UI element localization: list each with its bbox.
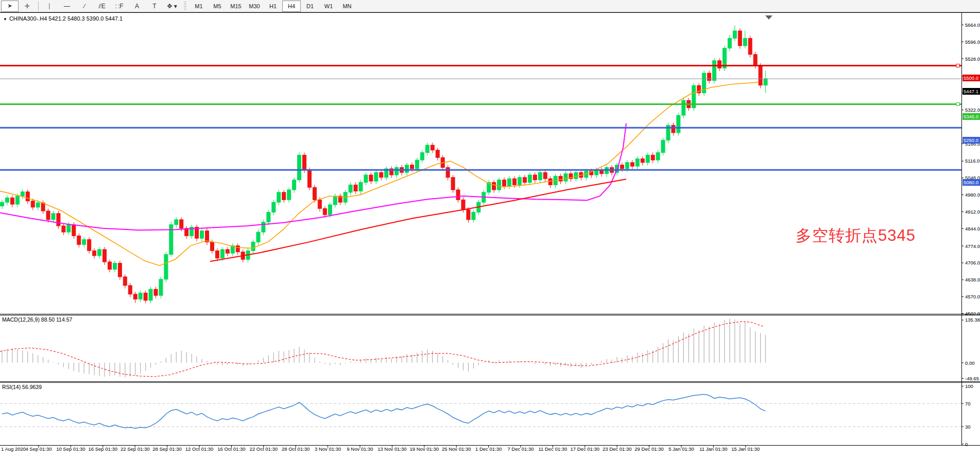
candle-body: [323, 208, 326, 215]
candle-body: [641, 159, 644, 163]
symbol-dropdown-icon[interactable]: ▼: [3, 17, 7, 22]
macd-histogram[interactable]: [2, 319, 766, 377]
timeframe-m15-button[interactable]: M15: [227, 1, 245, 12]
fibonacci-tool-button[interactable]: ⸬F: [111, 1, 128, 12]
toolbar-separator: [38, 2, 39, 11]
trendline-tool-button[interactable]: ∕: [76, 1, 93, 12]
candle-body: [764, 79, 767, 85]
candle-body: [133, 294, 137, 299]
candle-body: [718, 61, 721, 68]
equidistant-channel-tool-button[interactable]: ⫽E: [93, 1, 111, 12]
candle-body: [374, 172, 378, 181]
price-tick-label: 4912.0: [965, 209, 980, 215]
candle-body: [10, 198, 14, 204]
timeframe-mn-button[interactable]: MN: [338, 1, 356, 12]
vertical-line-tool-button[interactable]: ｜: [41, 1, 58, 12]
text-label-tool-button[interactable]: T: [146, 1, 163, 12]
candle-body: [36, 203, 40, 207]
toolbar-grip[interactable]: [184, 2, 186, 11]
candle-body: [272, 202, 276, 212]
candle-body: [380, 172, 383, 178]
crosshair-tool-button[interactable]: ✛: [19, 1, 36, 12]
candle-body: [303, 155, 306, 170]
candlestick-series[interactable]: [1, 25, 768, 303]
candle-body: [456, 190, 460, 200]
hline-handle[interactable]: [956, 102, 959, 105]
timeframe-m5-button[interactable]: M5: [208, 1, 227, 12]
candle-body: [349, 185, 352, 192]
timeframe-h4-button[interactable]: H4: [282, 1, 301, 12]
price-label-5500.0[interactable]: 5500.0: [962, 75, 980, 81]
candle-body: [713, 61, 716, 81]
horizontal-level-lines[interactable]: [0, 64, 961, 170]
timeframe-h1-button[interactable]: H1: [264, 1, 282, 12]
cursor-tool-button[interactable]: ➤: [1, 1, 19, 12]
candle-body: [415, 160, 419, 169]
price-tick-label: 4638.0: [965, 277, 980, 282]
candle-body: [159, 279, 163, 295]
candle-body: [533, 175, 537, 180]
candle-body: [298, 155, 301, 180]
time-tick-label: 13 Nov 01:30: [377, 446, 407, 452]
price-label-5080.0[interactable]: 5080.0: [962, 179, 980, 186]
candle-body: [630, 163, 634, 166]
candle-body: [267, 212, 270, 222]
time-axis[interactable]: 1 Aug 20204 Sep 01:3010 Sep 01:3016 Sep …: [1, 446, 760, 452]
candle-body: [656, 153, 660, 160]
candle-body: [369, 175, 373, 181]
timeframe-m30-button[interactable]: M30: [245, 1, 264, 12]
candle-body: [574, 172, 578, 179]
candle-body: [410, 165, 414, 169]
time-tick-label: 16 Sep 01:30: [89, 446, 118, 452]
candle-body: [620, 165, 624, 169]
candle-body: [113, 263, 116, 269]
time-tick-label: 15 Jan 01:30: [731, 446, 760, 452]
candle-body: [359, 182, 363, 191]
price-label-5250.0[interactable]: 5250.0: [962, 137, 980, 144]
symbol-title[interactable]: ▼CHINA300-.H4 5421.2 5480.3 5390.0 5447.…: [3, 15, 123, 22]
time-tick-label: 29 Dec 01:30: [634, 446, 664, 452]
annotation-text[interactable]: 多空转折点5345: [796, 225, 916, 246]
candle-body: [262, 222, 265, 232]
price-tick-label: 4706.0: [965, 260, 980, 266]
rsi-tick-label: 70: [965, 401, 971, 406]
candle-body: [256, 232, 260, 242]
ma-mid-magenta-line: [0, 123, 626, 231]
toolbar: ➤✛｜—∕⫽E⸬FAT✥ ▾ M1M5M15M30H1H4D1W1MN: [0, 0, 980, 12]
price-tick-label: 4844.0: [965, 226, 980, 232]
arrows-tool-button[interactable]: ✥ ▾: [163, 1, 181, 12]
time-tick-label: 7 Dec 01:30: [507, 446, 534, 452]
hline-handle[interactable]: [956, 64, 959, 67]
time-tick-label: 12 Oct 01:30: [185, 446, 213, 452]
macd-axis[interactable]: 135.380.00-49.65: [961, 317, 980, 381]
rsi-axis[interactable]: 10070300: [961, 383, 973, 447]
candle-body: [318, 200, 321, 208]
candle-body: [103, 250, 107, 262]
candle-body: [497, 180, 501, 190]
chart-shift-marker-icon[interactable]: [765, 15, 772, 20]
chart-window[interactable]: ▼CHINA300-.H4 5421.2 5480.3 5390.0 5447.…: [0, 12, 980, 460]
candle-body: [46, 211, 50, 220]
price-tick-label: 5528.0: [965, 56, 980, 62]
horizontal-line-tool-button[interactable]: —: [58, 1, 76, 12]
candle-body: [364, 175, 368, 182]
price-tick-label: 4502.0: [965, 311, 980, 316]
candle-body: [420, 153, 424, 160]
candle-body: [205, 231, 209, 242]
candle-body: [72, 225, 76, 236]
time-tick-label: 22 Oct 01:30: [250, 446, 278, 452]
candle-body: [57, 214, 60, 226]
price-axis-ticks[interactable]: 5664.05596.05528.05458.05390.05322.05186…: [961, 22, 980, 316]
candle-body: [293, 180, 296, 190]
candle-body: [528, 175, 531, 182]
candle-body: [354, 185, 357, 191]
price-label-5345.0[interactable]: 5345.0: [962, 113, 980, 120]
timeframe-d1-button[interactable]: D1: [301, 1, 319, 12]
timeframe-m1-button[interactable]: M1: [190, 1, 208, 12]
candle-body: [753, 55, 757, 66]
text-tool-button[interactable]: A: [128, 1, 146, 12]
candle-body: [625, 163, 629, 169]
time-tick-label: 28 Sep 01:30: [152, 446, 182, 452]
candle-body: [123, 277, 127, 286]
timeframe-w1-button[interactable]: W1: [319, 1, 338, 12]
